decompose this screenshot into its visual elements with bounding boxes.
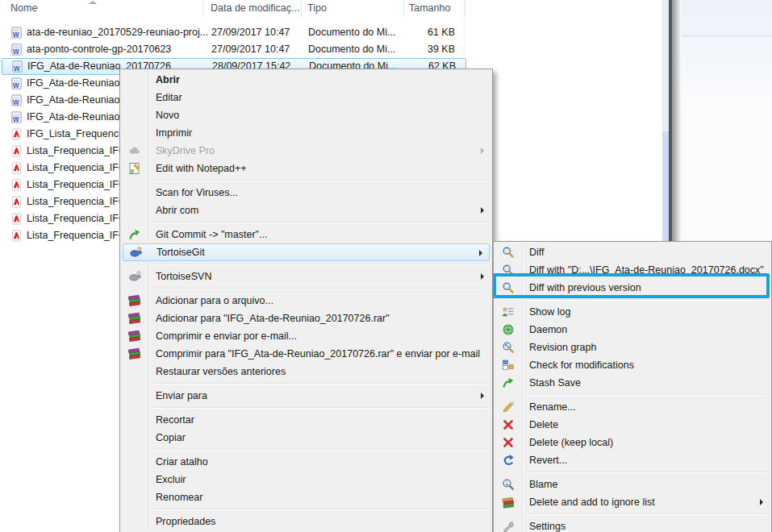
menu-item-edit-with-notepadpp[interactable]: Edit with Notepad++	[122, 160, 490, 177]
file-name: Lista_Frequencia_IFG_	[27, 143, 132, 160]
notepad-plus-plus-icon	[128, 162, 141, 175]
menu-item-adicionar-para-rar[interactable]: Adicionar para "IFG_Ata-de-Reuniao_20170…	[122, 310, 490, 327]
pdf-file-icon	[10, 145, 23, 157]
file-name: Lista_Frequencia_IFG_	[27, 160, 132, 177]
submenu-item-revert[interactable]: Revert...	[495, 451, 770, 469]
ignore-list-icon	[502, 496, 515, 509]
menu-item-tortoisesvn[interactable]: TortoiseSVN	[122, 268, 490, 285]
menu-separator	[153, 180, 488, 181]
submenu-arrow-icon	[481, 148, 484, 154]
word-file-icon: W	[11, 60, 23, 73]
column-divider[interactable]	[465, 0, 465, 17]
menu-item-label: Settings	[529, 521, 565, 532]
blame-magnifier-icon	[502, 478, 515, 491]
file-name: Lista_Frequencia_IFG_	[27, 193, 132, 210]
submenu-item-diff[interactable]: Diff	[495, 243, 770, 261]
menu-item-label: Blame	[529, 479, 557, 490]
submenu-item-rename[interactable]: Rename...	[495, 398, 770, 416]
revert-arrow-icon	[502, 454, 515, 467]
word-file-icon: W	[10, 111, 23, 123]
file-row[interactable]: W ata-de-reuniao_20170529-reuniao-proj..…	[2, 24, 465, 41]
menu-item-label: Revert...	[529, 455, 567, 466]
winrar-books-icon	[128, 294, 141, 307]
menu-item-imprimir[interactable]: Imprimir	[122, 124, 490, 142]
column-header-data[interactable]: Data de modificaç...	[211, 2, 299, 14]
submenu-item-show-log[interactable]: Show log	[495, 303, 770, 321]
column-divider[interactable]	[202, 0, 203, 17]
delete-x-icon	[502, 418, 515, 431]
submenu-item-delete-keep-local[interactable]: Delete (keep local)	[495, 434, 770, 451]
check-modifications-icon	[502, 359, 515, 372]
file-row[interactable]: W ata-ponto-controle-gp-20170623 27/09/2…	[2, 41, 465, 58]
pdf-file-icon	[10, 196, 23, 208]
file-name: ata-de-reuniao_20170529-reuniao-proj...	[27, 24, 208, 41]
menu-item-editar[interactable]: Editar	[122, 89, 490, 106]
menu-item-comprimir-para-rar-email[interactable]: Comprimir para "IFG_Ata-de-Reuniao_20170…	[122, 345, 490, 363]
submenu-item-revision-graph[interactable]: Revision graph	[495, 339, 770, 356]
menu-item-recortar[interactable]: Recortar	[122, 411, 490, 429]
pdf-file-icon	[10, 179, 23, 191]
menu-item-label: TortoiseGit	[156, 247, 205, 258]
context-menu: Abrir Editar Novo Imprimir SkyDrive Pro …	[119, 69, 493, 532]
menu-item-adicionar-arquivo[interactable]: Adicionar para o arquivo...	[122, 292, 490, 310]
column-header-tipo[interactable]: Tipo	[307, 2, 327, 14]
submenu-item-settings[interactable]: Settings	[495, 517, 770, 532]
submenu-item-delete[interactable]: Delete	[495, 416, 770, 434]
word-file-icon: W	[10, 77, 23, 89]
column-header-nome[interactable]: Nome	[10, 2, 37, 14]
column-divider[interactable]	[403, 0, 404, 17]
column-divider[interactable]	[301, 0, 302, 17]
svg-text:W: W	[13, 81, 19, 89]
submenu-item-delete-and-ignore[interactable]: Delete and add to ignore list	[495, 493, 770, 511]
show-log-icon	[502, 305, 515, 318]
file-name: IFG_Lista_Frequencia_	[27, 126, 132, 143]
menu-separator	[153, 288, 488, 289]
file-name: Lista_Frequencia_IFG_	[27, 177, 132, 193]
menu-separator	[153, 407, 488, 409]
menu-item-propriedades[interactable]: Propriedades	[122, 513, 490, 530]
menu-item-renomear[interactable]: Renomear	[122, 488, 490, 506]
menu-item-scan-for-viruses[interactable]: Scan for Viruses...	[122, 184, 490, 202]
menu-item-excluir[interactable]: Excluir	[122, 471, 490, 488]
menu-item-abrir-com[interactable]: Abrir com	[122, 202, 490, 219]
menu-item-novo[interactable]: Novo	[122, 106, 490, 124]
menu-separator	[153, 222, 488, 223]
menu-item-skydrive-pro[interactable]: SkyDrive Pro	[122, 142, 490, 160]
delete-x-icon	[502, 436, 515, 449]
menu-item-abrir[interactable]: Abrir	[122, 71, 490, 89]
menu-item-label: Imprimir	[156, 127, 192, 139]
pdf-file-icon	[10, 128, 23, 140]
menu-item-label: Revision graph	[529, 342, 596, 353]
menu-item-label: SkyDrive Pro	[156, 145, 215, 156]
menu-item-copiar[interactable]: Copiar	[122, 429, 490, 447]
menu-item-label: Adicionar para o arquivo...	[156, 295, 273, 306]
file-modified-date: 27/09/2017 10:47	[211, 41, 290, 58]
word-file-icon: W	[10, 44, 23, 56]
menu-separator	[527, 472, 767, 473]
menu-item-label: Git Commit -> "master"...	[156, 229, 267, 240]
menu-item-label: Copiar	[156, 432, 186, 443]
column-header-tamanho[interactable]: Tamanho	[409, 2, 450, 14]
sort-ascending-icon	[89, 1, 97, 4]
menu-item-comprimir-email[interactable]: Comprimir e enviar por e-mail...	[122, 327, 490, 345]
revision-graph-icon	[502, 341, 515, 354]
menu-item-label: Scan for Viruses...	[156, 187, 238, 198]
menu-item-criar-atalho[interactable]: Criar atalho	[122, 453, 490, 471]
menu-item-label: Excluir	[156, 474, 186, 485]
stash-arrow-icon	[502, 376, 515, 389]
svg-text:W: W	[13, 115, 19, 123]
submenu-item-check-for-modifications[interactable]: Check for modifications	[495, 356, 770, 374]
background-window-line	[682, 35, 772, 36]
submenu-item-blame[interactable]: Blame	[495, 476, 770, 493]
tortoisegit-turtle-icon	[129, 246, 142, 259]
file-name: ata-ponto-controle-gp-20170623	[27, 41, 171, 58]
menu-item-git-commit[interactable]: Git Commit -> "master"...	[122, 226, 490, 243]
menu-item-enviar-para[interactable]: Enviar para	[122, 387, 490, 405]
submenu-item-stash-save[interactable]: Stash Save	[495, 374, 770, 392]
menu-item-restaurar-versoes[interactable]: Restaurar versões anteriores	[122, 363, 490, 380]
submenu-item-daemon[interactable]: Daemon	[495, 321, 770, 339]
menu-item-tortoisegit[interactable]: TortoiseGit	[123, 243, 490, 261]
file-name: IFG_Ata-de-Reuniao_2	[27, 109, 131, 126]
menu-separator	[527, 394, 767, 396]
menu-separator	[153, 509, 488, 510]
